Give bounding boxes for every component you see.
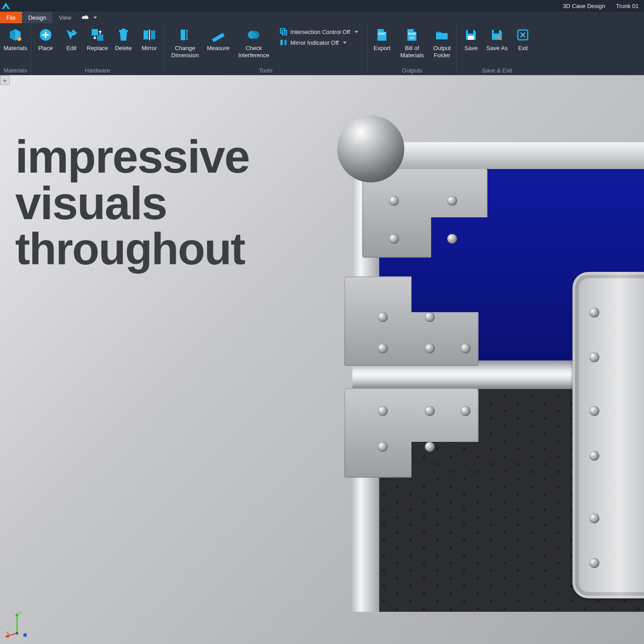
replace-button[interactable]: Replace	[85, 25, 110, 52]
save-as-icon	[489, 27, 505, 43]
svg-rect-7	[151, 30, 155, 39]
group-label-materials: Materials	[0, 67, 31, 75]
case-model	[335, 120, 644, 612]
intersection-control-dropdown[interactable]: Intersection Control Off	[280, 28, 362, 36]
app-logo	[0, 0, 12, 12]
menubar: File Design View	[0, 12, 644, 23]
app-title: 3D Case Design	[563, 3, 606, 9]
output-folder-button[interactable]: Output Folder	[429, 25, 454, 59]
bom-button[interactable]: BOM Bill of Materials	[395, 25, 428, 59]
svg-text:BOM: BOM	[408, 32, 416, 35]
check-interference-button[interactable]: Check Interference	[232, 25, 275, 59]
svg-rect-14	[280, 40, 283, 45]
svg-text:X: X	[6, 631, 9, 635]
svg-rect-3	[97, 34, 103, 41]
group-label-hardware: Hardware	[31, 67, 164, 75]
mirror-indicator-icon	[280, 38, 288, 47]
menu-cloud[interactable]	[77, 12, 101, 23]
svg-rect-15	[284, 40, 287, 45]
materials-icon	[7, 27, 23, 43]
change-dimension-button[interactable]: Change Dimension	[166, 25, 204, 59]
svg-point-27	[16, 632, 18, 635]
folder-icon	[434, 27, 450, 43]
bom-icon: BOM	[404, 27, 420, 43]
save-button[interactable]: Save	[458, 25, 483, 52]
mirror-icon	[141, 27, 157, 43]
group-label-save-exit: Save & Exit	[457, 67, 537, 75]
delete-button[interactable]: Delete	[111, 25, 136, 52]
chevron-down-icon	[93, 17, 97, 19]
axis-triad[interactable]: X Y	[4, 609, 36, 640]
materials-button[interactable]: Materials	[2, 25, 29, 52]
cloud-icon	[81, 14, 90, 21]
svg-rect-20	[494, 30, 499, 34]
svg-point-26	[23, 633, 27, 637]
svg-rect-2	[92, 29, 98, 35]
svg-point-11	[251, 31, 259, 39]
ribbon: Materials Materials Place Edit Replace	[0, 23, 644, 75]
viewport-3d[interactable]: + impressive visuals throughout	[0, 75, 644, 644]
svg-marker-23	[15, 613, 19, 616]
menu-file[interactable]: File	[0, 12, 22, 23]
place-button[interactable]: Place	[33, 25, 58, 52]
replace-icon	[89, 27, 106, 43]
svg-rect-4	[119, 30, 128, 32]
mirror-indicator-dropdown[interactable]: Mirror Indicator Off	[280, 38, 362, 47]
export-button[interactable]: DXF Export	[369, 25, 394, 52]
document-title: Trunk 01	[616, 3, 639, 9]
svg-text:DXF: DXF	[378, 32, 386, 36]
svg-rect-6	[144, 30, 148, 39]
svg-rect-18	[468, 30, 473, 34]
add-view-tab[interactable]: +	[0, 75, 10, 85]
edit-button[interactable]: Edit	[59, 25, 84, 52]
export-dxf-icon: DXF	[374, 27, 390, 43]
place-icon	[38, 27, 54, 43]
menu-view[interactable]: View	[52, 12, 77, 23]
measure-button[interactable]: Measure	[205, 25, 232, 52]
svg-rect-8	[181, 30, 185, 40]
save-icon	[463, 27, 479, 43]
svg-rect-5	[122, 29, 125, 30]
svg-rect-9	[212, 33, 225, 42]
interference-icon	[246, 27, 262, 43]
measure-icon	[210, 27, 226, 43]
exit-icon	[515, 27, 531, 43]
intersection-icon	[280, 28, 288, 36]
edit-icon	[64, 27, 80, 43]
delete-icon	[115, 27, 131, 43]
svg-rect-19	[468, 36, 474, 40]
group-label-tools: Tools	[164, 67, 368, 75]
svg-text:Y: Y	[19, 611, 21, 615]
exit-button[interactable]: Exit	[510, 25, 535, 52]
titlebar: 3D Case Design Trunk 01	[0, 0, 644, 12]
chevron-down-icon	[343, 42, 347, 44]
save-as-button[interactable]: Save As	[484, 25, 509, 52]
overlay-caption: impressive visuals throughout	[15, 133, 249, 271]
chevron-down-icon	[355, 31, 358, 33]
dimension-icon	[177, 27, 193, 43]
mirror-button[interactable]: Mirror	[137, 25, 162, 52]
group-label-outputs: Outputs	[368, 67, 456, 75]
menu-design[interactable]: Design	[22, 12, 52, 23]
